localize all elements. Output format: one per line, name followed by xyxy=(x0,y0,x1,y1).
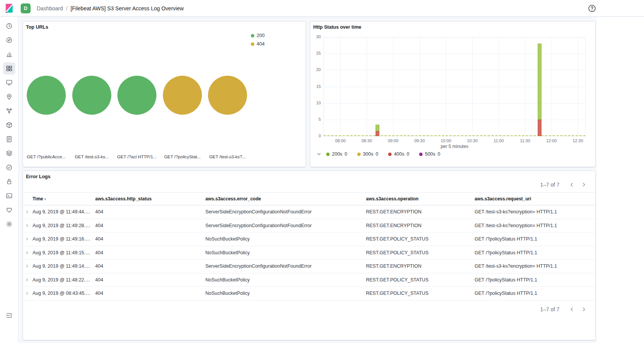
legend-value: 0 xyxy=(437,151,440,157)
x-axis-tick-label: 11:00 xyxy=(489,138,508,143)
logs-icon xyxy=(6,136,13,143)
column-header-time[interactable]: Time▾ xyxy=(33,196,95,202)
legend-value: 0 xyxy=(345,151,347,157)
cell-time: Aug 9, 2019 @ 11:49:16.000 xyxy=(33,236,95,242)
sidebar-item-infrastructure[interactable] xyxy=(3,119,15,131)
pagination-next-button[interactable] xyxy=(579,304,589,315)
sidebar-item-logs[interactable] xyxy=(3,133,15,145)
x-axis-label: per 5 minutes xyxy=(324,144,585,149)
sidebar-item-dashboard[interactable] xyxy=(3,62,15,75)
cell-error-code: ServerSideEncryptionConfigurationNotFoun… xyxy=(205,263,366,269)
cell-http-status: 404 xyxy=(95,236,205,242)
space-badge[interactable]: D xyxy=(21,3,31,13)
sidebar-item-recent[interactable] xyxy=(3,20,15,32)
bar-segment-400s[interactable] xyxy=(538,120,542,136)
kibana-logo-icon[interactable] xyxy=(0,4,18,13)
legend-value: 0 xyxy=(407,151,409,157)
sidebar-item-dev-tools[interactable] xyxy=(3,190,15,202)
panel-http-status: Http Status over time per 5 minutes 0510… xyxy=(310,21,596,167)
cell-http-status: 404 xyxy=(95,223,205,228)
chevron-down-icon xyxy=(316,151,322,157)
row-expand-button[interactable] xyxy=(25,278,29,282)
error-logs-table: Time▾aws.s3access.http_statusaws.s3acces… xyxy=(23,192,595,301)
cell-time: Aug 9, 2019 @ 08:43:45.000 xyxy=(33,291,95,296)
x-axis-tick-label: 12:00 xyxy=(542,138,561,143)
monitoring-icon xyxy=(6,206,13,213)
pagination-prev-button[interactable] xyxy=(566,304,577,315)
y-axis-tick-label: 15 xyxy=(310,84,321,89)
legend-item-300s[interactable]: 300s0 xyxy=(357,151,378,157)
row-expand-button[interactable] xyxy=(25,237,29,241)
breadcrumb-dashboard[interactable]: Dashboard xyxy=(37,5,63,11)
pagination-prev-button[interactable] xyxy=(566,179,577,190)
top-urls-bubbles: GET /?publicAcce...GET /test-s3-ks...GET… xyxy=(23,21,306,167)
sidebar-item-maps[interactable] xyxy=(3,91,15,103)
apm-icon xyxy=(6,150,13,157)
x-axis-tick-label: 10:00 xyxy=(436,138,455,143)
row-expand-button[interactable] xyxy=(25,291,29,296)
row-expand-button[interactable] xyxy=(25,223,29,228)
legend-series: 400s xyxy=(394,151,404,157)
column-header-aws-s3access-operation[interactable]: aws.s3access.operation xyxy=(366,196,475,202)
sidebar-item-monitoring[interactable] xyxy=(3,204,15,216)
sidebar-collapse-button[interactable] xyxy=(3,309,15,322)
column-header-aws-s3access-http-status[interactable]: aws.s3access.http_status xyxy=(95,196,205,202)
siem-icon xyxy=(6,178,13,185)
sidebar-item-management[interactable] xyxy=(3,218,15,230)
cell-error-code: NoSuchBucketPolicy xyxy=(205,277,366,283)
x-axis-tick-label: 08:00 xyxy=(331,138,350,143)
url-bubble[interactable] xyxy=(117,76,156,115)
column-header-aws-s3access-request-uri[interactable]: aws.s3access.request_uri xyxy=(475,196,595,202)
row-expand-button[interactable] xyxy=(25,210,29,214)
url-bubble[interactable] xyxy=(72,76,111,115)
cell-time: Aug 9, 2019 @ 11:49:44.000 xyxy=(33,209,95,215)
url-bubble-label[interactable]: GET /test-s3-ks?... xyxy=(201,154,254,159)
http-legend-items: 200s0300s0400s0500s0 xyxy=(326,151,440,157)
y-axis-tick-label: 20 xyxy=(310,67,321,72)
cell-operation: REST.GET.POLICY_STATUS xyxy=(366,277,475,283)
legend-item-200s[interactable]: 200s0 xyxy=(326,151,347,157)
help-icon[interactable] xyxy=(587,4,597,13)
table-row: Aug 9, 2019 @ 08:43:45.000404NoSuchBucke… xyxy=(23,287,595,301)
bar-segment-200s[interactable] xyxy=(376,125,379,131)
cell-error-code: ServerSideEncryptionConfigurationNotFoun… xyxy=(205,223,366,228)
cell-http-status: 404 xyxy=(95,263,205,269)
legend-collapse-button[interactable] xyxy=(316,151,322,157)
url-bubble[interactable] xyxy=(27,76,66,115)
url-bubble[interactable] xyxy=(163,76,202,115)
sidebar-item-uptime[interactable] xyxy=(3,161,15,174)
sidebar-nav xyxy=(0,17,18,230)
panel-error-logs: Error Logs 1–7 of 7 Time▾aws.s3access.ht… xyxy=(23,171,596,340)
legend-item-400s[interactable]: 400s0 xyxy=(388,151,409,157)
cell-time: Aug 9, 2019 @ 11:48:22.000 xyxy=(33,277,95,283)
legend-dot xyxy=(357,153,361,156)
sidebar-item-canvas[interactable] xyxy=(3,76,15,89)
y-axis-tick-label: 25 xyxy=(310,51,321,55)
bar-segment-200s[interactable] xyxy=(538,44,542,120)
pagination-next-button[interactable] xyxy=(579,179,589,190)
top-bar: D Dashboard / [Filebeat AWS] S3 Server A… xyxy=(0,0,644,17)
sidebar-item-visualize[interactable] xyxy=(3,48,15,60)
management-icon xyxy=(6,221,13,228)
column-header-aws-s3access-error-code[interactable]: aws.s3access.error_code xyxy=(205,196,366,202)
url-bubble[interactable] xyxy=(208,76,247,115)
bar-segment-400s[interactable] xyxy=(376,131,379,136)
y-axis-tick-label: 30 xyxy=(310,34,321,39)
x-axis-tick-label: 10:30 xyxy=(463,138,482,143)
canvas-icon xyxy=(6,79,13,86)
error-logs-body: Aug 9, 2019 @ 11:49:44.000404ServerSideE… xyxy=(23,205,595,301)
sidebar-item-discover[interactable] xyxy=(3,34,15,46)
sidebar-item-machine-learning[interactable] xyxy=(3,105,15,117)
row-expand-button[interactable] xyxy=(25,264,29,268)
pagination-label: 1–7 of 7 xyxy=(540,182,559,188)
y-axis-tick-label: 0 xyxy=(310,133,321,138)
cell-request-uri: GET /test-s3-ks?encryption= HTTP/1.1 xyxy=(475,209,595,215)
infrastructure-icon xyxy=(6,122,13,128)
row-expand-button[interactable] xyxy=(25,250,29,255)
legend-item-500s[interactable]: 500s0 xyxy=(419,151,440,157)
y-axis-tick-label: 10 xyxy=(310,101,321,105)
visualize-icon xyxy=(6,51,13,58)
dashboard-canvas: Top URLs 200404 GET /?publicAcce...GET /… xyxy=(18,17,597,343)
sidebar-item-apm[interactable] xyxy=(3,147,15,159)
sidebar-item-siem[interactable] xyxy=(3,176,15,188)
